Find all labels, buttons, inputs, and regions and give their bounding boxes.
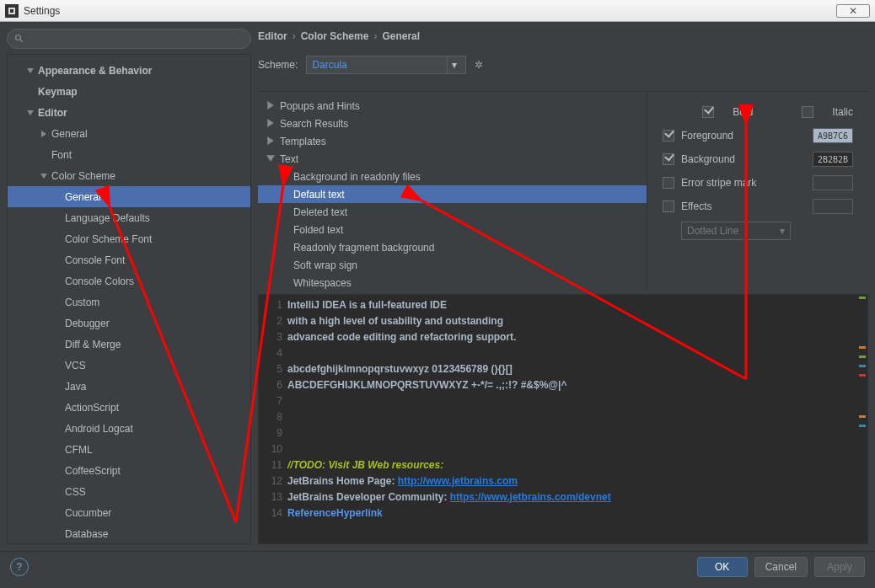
category-search-results[interactable]: Search Results bbox=[258, 115, 647, 132]
window-close-button[interactable]: ✕ bbox=[836, 4, 870, 18]
tree-item-language-defaults[interactable]: Language Defaults bbox=[8, 207, 250, 228]
category-label: Folded text bbox=[293, 224, 343, 236]
errorstripe-checkbox[interactable] bbox=[663, 177, 674, 189]
tree-item-custom[interactable]: Custom bbox=[8, 291, 250, 313]
tree-item-font[interactable]: Font bbox=[8, 144, 250, 165]
background-swatch[interactable]: 2B2B2B bbox=[813, 152, 853, 167]
tree-item-css[interactable]: CSS bbox=[8, 481, 250, 502]
style-options-panel: Bold Italic Foreground A9B7C6 Background… bbox=[647, 92, 868, 289]
ok-button[interactable]: OK bbox=[697, 557, 748, 577]
gear-icon[interactable]: ✲ bbox=[475, 59, 483, 71]
effects-swatch[interactable] bbox=[813, 199, 853, 214]
tree-item-keymap[interactable]: Keymap bbox=[8, 81, 250, 102]
category-label: Default text bbox=[293, 189, 345, 200]
titlebar: Settings ✕ bbox=[0, 0, 875, 22]
tree-item-label: CoffeeScript bbox=[65, 465, 121, 477]
tree-item-color-scheme-font[interactable]: Color Scheme Font bbox=[8, 228, 250, 249]
category-label: Readonly fragment background bbox=[293, 242, 434, 254]
category-default-text[interactable]: Default text bbox=[258, 185, 647, 203]
tree-item-android-logcat[interactable]: Android Logcat bbox=[8, 418, 250, 439]
tree-item-label: Keymap bbox=[38, 86, 78, 98]
tree-item-label: Java bbox=[65, 381, 86, 393]
bold-checkbox[interactable] bbox=[702, 106, 714, 118]
tree-item-cfml[interactable]: CFML bbox=[8, 439, 250, 460]
category-readonly-fragment-background[interactable]: Readonly fragment background bbox=[258, 238, 647, 256]
effects-checkbox[interactable] bbox=[663, 200, 674, 212]
window-title: Settings bbox=[24, 5, 60, 17]
category-folded-text[interactable]: Folded text bbox=[258, 221, 647, 238]
category-templates[interactable]: Templates bbox=[258, 132, 647, 150]
tree-item-general[interactable]: General bbox=[8, 123, 250, 144]
tree-item-label: Console Colors bbox=[65, 275, 134, 287]
gutter-marks bbox=[859, 297, 866, 434]
tree-item-vcs[interactable]: VCS bbox=[8, 355, 250, 376]
tree-item-label: Cucumber bbox=[65, 507, 111, 519]
settings-tree[interactable]: Appearance & BehaviorKeymapEditorGeneral… bbox=[7, 54, 251, 544]
tree-item-label: CFML bbox=[65, 444, 93, 456]
tree-item-label: Console Font bbox=[65, 254, 125, 266]
tree-item-actionscript[interactable]: ActionScript bbox=[8, 397, 250, 418]
category-label: Soft wrap sign bbox=[293, 259, 357, 271]
app-logo bbox=[5, 4, 19, 18]
help-button[interactable]: ? bbox=[10, 558, 29, 576]
svg-point-0 bbox=[16, 35, 21, 40]
search-icon bbox=[14, 34, 24, 44]
tree-item-label: VCS bbox=[65, 360, 86, 372]
tree-item-label: General bbox=[65, 191, 101, 203]
scheme-combo[interactable]: Darcula ▾ bbox=[306, 56, 466, 74]
tree-item-label: Appearance & Behavior bbox=[38, 65, 152, 77]
tree-item-database[interactable]: Database bbox=[8, 523, 250, 544]
category-label: Whitespaces bbox=[293, 277, 352, 289]
tree-item-editor[interactable]: Editor bbox=[8, 102, 250, 123]
tree-item-appearance-behavior[interactable]: Appearance & Behavior bbox=[8, 60, 250, 81]
preview-link[interactable]: http://www.jetbrains.com bbox=[398, 475, 518, 487]
errorstripe-swatch[interactable] bbox=[813, 175, 853, 190]
effects-type-combo[interactable]: Dotted Line▾ bbox=[681, 222, 791, 240]
tree-item-label: General bbox=[51, 128, 88, 140]
italic-checkbox[interactable] bbox=[802, 106, 813, 118]
tree-item-cucumber[interactable]: Cucumber bbox=[8, 502, 250, 523]
category-list[interactable]: Popups and HintsSearch ResultsTemplatesT… bbox=[258, 92, 647, 289]
category-background-in-readonly-files[interactable]: Background in readonly files bbox=[258, 168, 647, 185]
category-label: Deleted text bbox=[293, 206, 347, 218]
category-deleted-text[interactable]: Deleted text bbox=[258, 203, 647, 221]
background-checkbox[interactable] bbox=[663, 153, 674, 165]
chevron-down-icon: ▾ bbox=[447, 56, 460, 73]
category-text[interactable]: Text bbox=[258, 150, 647, 168]
tree-item-label: Custom bbox=[65, 297, 99, 308]
breadcrumb: Editor› Color Scheme› General bbox=[258, 29, 868, 49]
tree-item-label: Database bbox=[65, 528, 108, 540]
tree-item-diff-merge[interactable]: Diff & Merge bbox=[8, 334, 250, 355]
tree-item-coffeescript[interactable]: CoffeeScript bbox=[8, 460, 250, 481]
foreground-swatch[interactable]: A9B7C6 bbox=[813, 128, 853, 143]
tree-item-label: Color Scheme Font bbox=[65, 233, 152, 245]
tree-item-label: Diff & Merge bbox=[65, 339, 121, 350]
tree-item-label: CSS bbox=[65, 486, 86, 498]
category-label: Background in readonly files bbox=[293, 171, 421, 183]
category-soft-wrap-sign[interactable]: Soft wrap sign bbox=[258, 256, 647, 274]
tree-item-console-colors[interactable]: Console Colors bbox=[8, 270, 250, 291]
tree-item-color-scheme[interactable]: Color Scheme bbox=[8, 165, 250, 186]
svg-line-1 bbox=[20, 40, 23, 42]
apply-button[interactable]: Apply bbox=[814, 557, 865, 577]
category-whitespaces[interactable]: Whitespaces bbox=[258, 274, 647, 289]
category-label: Search Results bbox=[280, 118, 348, 130]
tree-item-java[interactable]: Java bbox=[8, 376, 250, 397]
tree-item-debugger[interactable]: Debugger bbox=[8, 313, 250, 334]
category-label: Text bbox=[280, 153, 298, 165]
tree-item-label: Editor bbox=[38, 107, 67, 119]
category-popups-and-hints[interactable]: Popups and Hints bbox=[258, 97, 647, 115]
foreground-checkbox[interactable] bbox=[663, 130, 674, 142]
tree-item-label: ActionScript bbox=[65, 402, 119, 414]
category-label: Templates bbox=[280, 136, 326, 147]
tree-item-console-font[interactable]: Console Font bbox=[8, 249, 250, 270]
tree-item-label: Debugger bbox=[65, 318, 110, 329]
tree-item-general[interactable]: General bbox=[8, 186, 250, 207]
settings-search-input[interactable] bbox=[7, 29, 251, 49]
tree-item-label: Language Defaults bbox=[65, 212, 150, 224]
dialog-footer: ? OK Cancel Apply bbox=[0, 551, 875, 581]
preview-link[interactable]: https://www.jetbrains.com/devnet bbox=[450, 491, 611, 503]
cancel-button[interactable]: Cancel bbox=[754, 557, 808, 577]
preview-pane: 1IntelliJ IDEA is a full-featured IDE2wi… bbox=[258, 294, 868, 544]
scheme-label: Scheme: bbox=[258, 59, 298, 71]
